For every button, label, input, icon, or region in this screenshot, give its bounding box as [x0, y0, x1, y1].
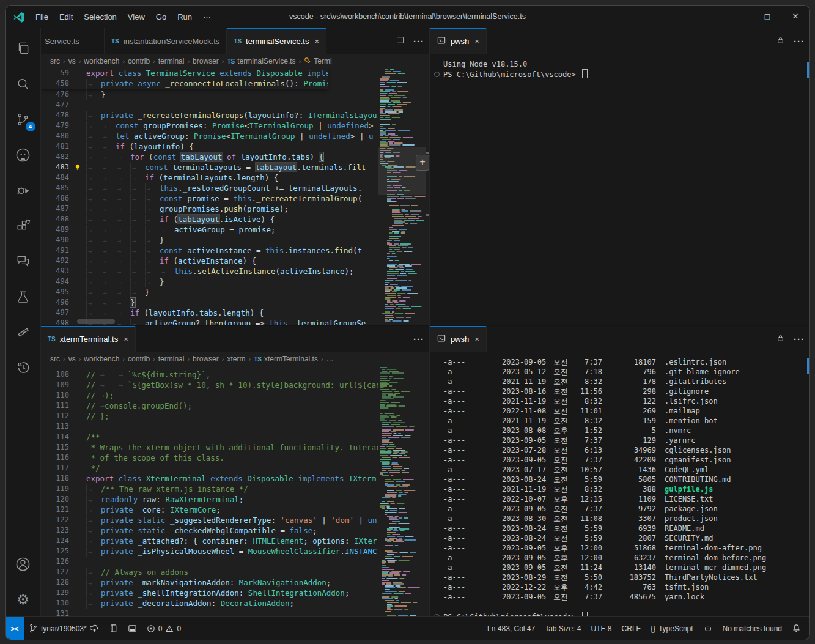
tab-instantiationServiceMock.ts[interactable]: TSinstantiationServiceMock.ts — [105, 28, 227, 54]
menu-item-file[interactable]: File — [30, 6, 54, 28]
breadcrumb-item-vs[interactable]: vs — [68, 57, 76, 65]
lightbulb-icon[interactable] — [69, 162, 86, 172]
breadcrumb-item-terminal[interactable]: terminal — [158, 355, 185, 363]
branch-status[interactable]: tyriar/190503* — [24, 617, 104, 640]
code-line: 490→→→→→} — [41, 235, 378, 245]
breadcrumb-item-browser[interactable]: browser — [193, 57, 219, 65]
breadcrumb-label: xtermTerminal.ts — [264, 355, 318, 363]
timeline-icon[interactable] — [6, 350, 41, 385]
close-icon[interactable]: × — [314, 37, 319, 46]
minimize-button[interactable]: — — [725, 6, 753, 28]
tab-pwsh[interactable]: pwsh× — [430, 326, 487, 352]
language-status[interactable]: {} TypeScript — [646, 617, 698, 640]
menu-item-[interactable]: ··· — [197, 6, 216, 28]
terminal-prompt: PS C:\Github\microsoft\vscode> — [430, 69, 809, 79]
file-list-row: -a---2022-12-22오후4:42763tsfmt.json — [430, 582, 809, 592]
panel-layout-status[interactable] — [123, 617, 142, 640]
breadcrumb-item-terminal[interactable]: terminal — [158, 57, 185, 65]
breadcrumb-item-vs[interactable]: vs — [68, 355, 76, 363]
breadcrumb-item-xterm[interactable]: xterm — [227, 355, 245, 363]
breadcrumb-item-src[interactable]: src — [50, 57, 60, 65]
file-ampm: 오전 — [553, 416, 575, 426]
tab-Service.ts[interactable]: Service.ts — [41, 28, 105, 54]
indent-guide: → — [86, 131, 101, 141]
encoding-status[interactable]: UTF-8 — [586, 617, 617, 640]
close-icon[interactable]: × — [474, 37, 479, 46]
lock-icon[interactable] — [776, 333, 785, 345]
remote-indicator[interactable]: >< — [6, 617, 24, 640]
glyph-margin — [69, 515, 86, 525]
menu-item-go[interactable]: Go — [150, 6, 172, 28]
breadcrumb-item-Termi[interactable]: Termi — [304, 57, 331, 66]
minimap[interactable] — [378, 68, 426, 325]
close-button[interactable]: ✕ — [781, 6, 809, 28]
line-number: 112 — [41, 411, 69, 421]
maximize-button[interactable]: ◻ — [753, 6, 781, 28]
explorer-icon[interactable] — [6, 31, 41, 66]
more-actions-icon[interactable]: ··· — [794, 36, 805, 46]
token: : — [161, 505, 170, 514]
settings-gear-icon[interactable]: ⚙ — [6, 582, 41, 617]
cursor-position-status[interactable]: Ln 483, Col 47 — [482, 617, 540, 640]
terminal-output-top[interactable]: Using Node v18.15.0PS C:\Github\microsof… — [430, 54, 809, 325]
token: if — [160, 215, 174, 224]
breadcrumb-item-workbench[interactable]: workbench — [84, 57, 119, 65]
breadcrumb-item-workbench[interactable]: workbench — [84, 355, 119, 363]
scrollbar-mark[interactable] — [807, 62, 809, 78]
line-number: 483 — [41, 162, 69, 172]
minimap[interactable] — [378, 366, 426, 617]
misc-extension-icon[interactable] — [6, 314, 41, 350]
code-area[interactable]: 476→}477478→private _recreateTerminalGro… — [41, 68, 378, 325]
scrollbar-mark[interactable] — [807, 358, 809, 374]
menu-item-selection[interactable]: Selection — [78, 6, 122, 28]
fold-plus-button[interactable]: + — [416, 155, 429, 171]
lock-icon[interactable] — [776, 35, 785, 47]
token: DecorationAddon — [221, 599, 290, 608]
breadcrumb-item-[interactable]: … — [326, 355, 334, 363]
code-area[interactable]: 108// → → `%c${dim.string}`,109// → → `$… — [41, 366, 378, 617]
tab-terminalService.ts[interactable]: TSterminalService.ts× — [227, 28, 326, 54]
notifications-status[interactable] — [787, 617, 806, 640]
notebook-status[interactable] — [104, 617, 123, 640]
breadcrumb-item-contrib[interactable]: contrib — [128, 57, 150, 65]
problems-status[interactable]: 0 0 — [142, 617, 186, 640]
copilot-status[interactable] — [698, 617, 718, 640]
terminal-output-bottom[interactable]: -a---2023-09-05오전7:3718107.eslintrc.json… — [430, 352, 809, 617]
close-icon[interactable]: × — [124, 335, 128, 344]
breadcrumb-item-terminalService.ts[interactable]: TSterminalService.ts — [227, 57, 295, 65]
tab-xtermTerminal.ts[interactable]: TSxtermTerminal.ts× — [41, 326, 136, 352]
breadcrumb-item-xtermTerminal.ts[interactable]: TSxtermTerminal.ts — [254, 355, 318, 363]
more-actions-icon[interactable]: ··· — [794, 334, 805, 344]
eol-status[interactable]: CRLF — [617, 617, 646, 640]
github-icon[interactable] — [6, 137, 41, 172]
line-number: 117 — [41, 463, 69, 473]
breadcrumb-item-browser[interactable]: browser — [193, 355, 219, 363]
more-actions-icon[interactable]: ··· — [413, 36, 424, 46]
menu-item-edit[interactable]: Edit — [54, 6, 78, 28]
token: . — [287, 319, 292, 325]
menu-item-run[interactable]: Run — [172, 6, 197, 28]
file-date: 2021-11-19 — [502, 416, 553, 426]
breadcrumb-item-src[interactable]: src — [50, 355, 60, 363]
more-actions-icon[interactable]: ··· — [413, 334, 424, 344]
account-icon[interactable] — [6, 546, 41, 582]
extensions-icon[interactable] — [6, 208, 41, 243]
source-control-icon[interactable]: 4 — [6, 102, 41, 137]
indent-guide: → — [145, 267, 160, 276]
file-time: 6:13 — [575, 445, 602, 455]
testing-icon[interactable] — [6, 279, 41, 314]
command-decoration-icon[interactable] — [434, 72, 440, 77]
split-editor-icon[interactable] — [396, 35, 405, 47]
run-debug-icon[interactable] — [6, 172, 41, 208]
menu-item-view[interactable]: View — [122, 6, 150, 28]
tab-size-status[interactable]: Tab Size: 4 — [540, 617, 586, 640]
breadcrumb-item-contrib[interactable]: contrib — [128, 355, 150, 363]
horizontal-scrollbar[interactable] — [77, 319, 115, 324]
token: XtermTerminal — [146, 474, 210, 483]
token: length — [237, 173, 265, 182]
search-icon[interactable] — [6, 66, 41, 102]
indent-guide: → — [145, 256, 160, 266]
comments-icon[interactable] — [6, 243, 41, 279]
tab-pwsh[interactable]: pwsh× — [430, 28, 487, 54]
close-icon[interactable]: × — [474, 335, 479, 344]
